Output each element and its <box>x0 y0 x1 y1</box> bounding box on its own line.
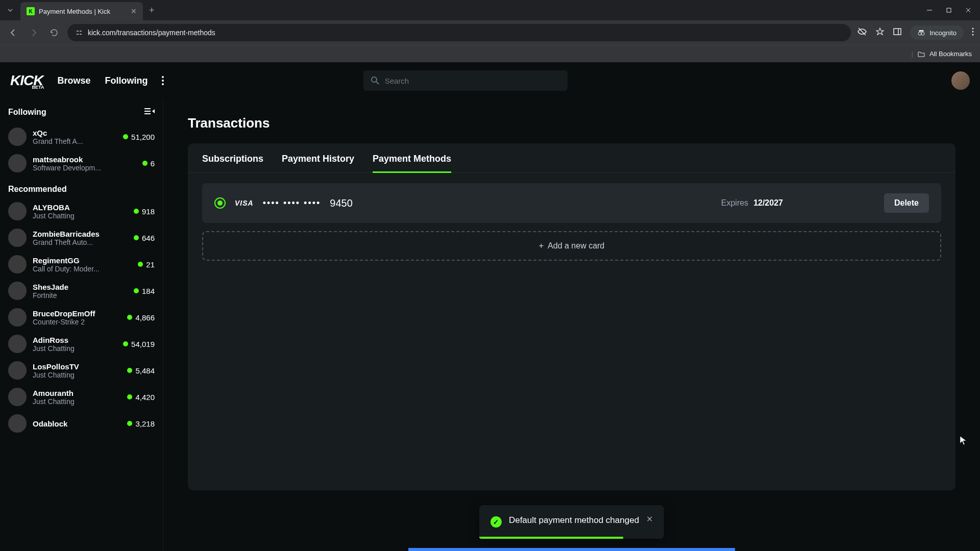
incognito-eye-icon[interactable] <box>857 27 867 39</box>
channel-game: Fortnite <box>33 291 128 299</box>
channel-avatar <box>8 128 27 146</box>
window-maximize-icon[interactable] <box>945 7 952 14</box>
kick-logo[interactable]: KICK BETA <box>10 72 43 89</box>
tab-title: Payment Methods | Kick <box>39 8 127 15</box>
reload-button[interactable] <box>47 26 61 40</box>
tab-favicon: K <box>27 7 35 15</box>
channel-row[interactable]: ALYBOBAJust Chatting918 <box>8 198 155 224</box>
nav-browse[interactable]: Browse <box>57 76 90 86</box>
channel-avatar <box>8 255 27 273</box>
viewer-count: 4,866 <box>135 313 155 322</box>
live-dot-icon <box>127 394 132 399</box>
viewer-count: 54,019 <box>131 340 155 348</box>
live-dot-icon <box>127 315 132 320</box>
forward-button[interactable] <box>27 26 41 40</box>
tab-close-icon[interactable]: ✕ <box>131 7 137 15</box>
viewer-count: 3,218 <box>135 419 155 428</box>
live-dot-icon <box>127 368 132 373</box>
folder-icon <box>917 50 925 58</box>
card-brand: VISA <box>235 199 254 207</box>
channel-row[interactable]: AmouranthJust Chatting4,420 <box>8 384 155 410</box>
browser-tab[interactable]: K Payment Methods | Kick ✕ <box>20 2 143 20</box>
app-header: KICK BETA Browse Following <box>0 62 980 99</box>
collapse-sidebar-icon[interactable] <box>144 107 155 117</box>
svg-rect-16 <box>144 111 151 112</box>
channel-name: LosPollosTV <box>33 362 121 371</box>
channel-game: Just Chatting <box>33 371 121 379</box>
viewer-count: 646 <box>142 234 155 242</box>
svg-point-11 <box>972 31 974 33</box>
back-button[interactable] <box>6 26 20 40</box>
search-box[interactable] <box>363 70 568 91</box>
url-bar[interactable]: kick.com/transactions/payment-methods <box>67 24 851 41</box>
more-menu-icon[interactable] <box>162 76 164 85</box>
nav-following[interactable]: Following <box>105 76 148 86</box>
window-close-icon[interactable] <box>965 7 972 14</box>
bookmark-star-icon[interactable] <box>875 27 885 38</box>
svg-rect-5 <box>80 34 82 35</box>
svg-point-13 <box>372 77 377 82</box>
window-minimize-icon[interactable] <box>926 7 933 14</box>
channel-avatar <box>8 154 27 172</box>
channel-name: Odablock <box>33 419 121 428</box>
bottom-accent-bar <box>408 548 735 551</box>
tab-payment-history[interactable]: Payment History <box>282 154 354 172</box>
live-dot-icon <box>134 235 139 240</box>
svg-rect-17 <box>144 113 151 114</box>
channel-name: mattseabrook <box>33 155 136 164</box>
payment-method-row[interactable]: VISA •••• •••• •••• 9450 Expires 12/2027… <box>202 183 941 223</box>
channel-row[interactable]: mattseabrook Software Developm... 6 <box>8 150 155 177</box>
bookmarks-bar: | All Bookmarks <box>0 45 980 62</box>
radio-selected-icon[interactable] <box>214 197 226 209</box>
svg-rect-6 <box>894 29 901 35</box>
svg-rect-4 <box>77 34 79 35</box>
search-input[interactable] <box>385 77 560 85</box>
channel-game: Just Chatting <box>33 212 128 220</box>
channel-row[interactable]: BruceDropEmOffCounter-Strike 24,866 <box>8 304 155 331</box>
incognito-label: Incognito <box>929 29 957 37</box>
tab-search-dropdown[interactable] <box>0 0 20 20</box>
add-card-button[interactable]: + Add a new card <box>202 231 941 261</box>
browser-toolbar: kick.com/transactions/payment-methods In… <box>0 20 980 45</box>
sidebar-recommended-title: Recommended <box>8 185 155 194</box>
toast-close-icon[interactable]: ✕ <box>646 514 653 524</box>
main-content: Transactions Subscriptions Payment Histo… <box>163 99 980 551</box>
delete-card-button[interactable]: Delete <box>884 193 929 213</box>
page-title: Transactions <box>188 115 955 131</box>
user-avatar[interactable] <box>951 71 970 90</box>
channel-avatar <box>8 229 27 247</box>
channel-row[interactable]: RegimentGGCall of Duty: Moder...21 <box>8 251 155 278</box>
channel-game: Just Chatting <box>33 344 117 353</box>
channel-avatar <box>8 388 27 406</box>
svg-point-10 <box>972 28 974 30</box>
tab-subscriptions[interactable]: Subscriptions <box>202 154 263 172</box>
new-tab-button[interactable]: + <box>143 5 161 16</box>
svg-rect-1 <box>947 8 951 12</box>
channel-name: ZombieBarricades <box>33 230 128 238</box>
channel-avatar <box>8 414 27 433</box>
mouse-cursor <box>960 436 967 446</box>
browser-menu-icon[interactable] <box>972 28 974 38</box>
check-icon: ✓ <box>491 516 502 528</box>
tab-payment-methods[interactable]: Payment Methods <box>373 154 451 172</box>
channel-name: Amouranth <box>33 389 121 397</box>
channel-row[interactable]: xQc Grand Theft A... 51,200 <box>8 123 155 150</box>
svg-line-14 <box>376 82 379 84</box>
incognito-badge[interactable]: Incognito <box>910 26 964 40</box>
channel-row[interactable]: ShesJadeFortnite184 <box>8 278 155 304</box>
all-bookmarks-link[interactable]: All Bookmarks <box>929 50 972 58</box>
channel-avatar <box>8 202 27 220</box>
channel-row[interactable]: Odablock3,218 <box>8 410 155 437</box>
channel-row[interactable]: ZombieBarricadesGrand Theft Auto...646 <box>8 224 155 251</box>
browser-tab-strip: K Payment Methods | Kick ✕ + <box>0 0 980 20</box>
sidebar: Following xQc Grand Theft A... 51,200 ma… <box>0 99 163 551</box>
svg-point-9 <box>921 32 924 35</box>
channel-avatar <box>8 308 27 327</box>
channel-row[interactable]: AdinRossJust Chatting54,019 <box>8 331 155 357</box>
incognito-icon <box>917 29 925 37</box>
channel-game: Grand Theft A... <box>33 137 117 145</box>
channel-row[interactable]: LosPollosTVJust Chatting5,484 <box>8 357 155 384</box>
site-settings-icon[interactable] <box>76 29 83 36</box>
live-dot-icon <box>123 134 128 139</box>
side-panel-icon[interactable] <box>893 27 902 38</box>
